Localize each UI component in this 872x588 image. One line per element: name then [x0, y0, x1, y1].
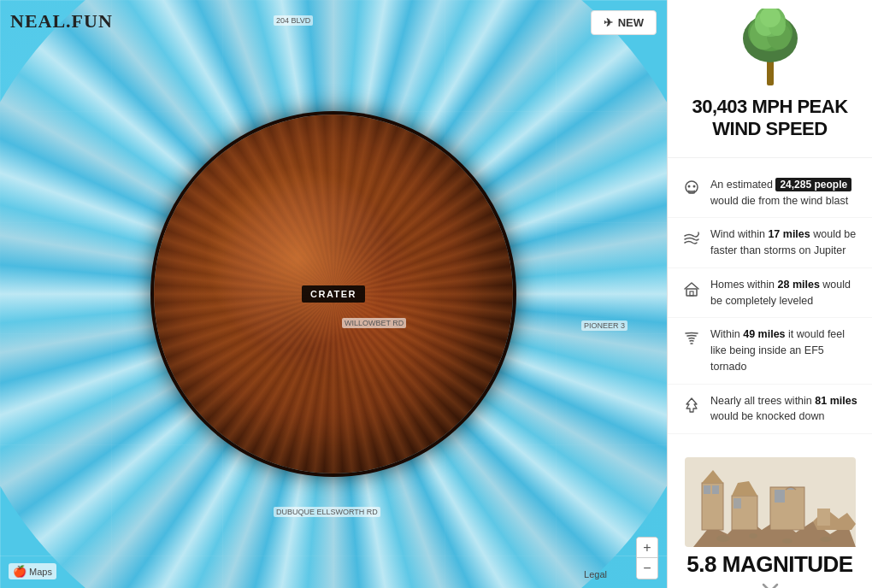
legal-link[interactable]: Legal [584, 569, 607, 579]
stat-ef5-tornado: Within 49 miles it would feel like being… [668, 318, 872, 384]
svg-point-28 [749, 533, 757, 538]
svg-rect-24 [775, 490, 785, 503]
road-label-3: WILLOWBET RD [342, 318, 406, 328]
zoom-out-button[interactable]: − [637, 558, 657, 579]
magnitude-section: 5.8 MAGNITUDE [668, 444, 872, 588]
right-panel: 30,403 MPH PEAK WIND SPEED An estimated … [667, 0, 872, 588]
zoom-controls: + − [636, 537, 658, 579]
svg-point-27 [716, 535, 730, 542]
brand-logo: NEAL.FUN [10, 10, 113, 32]
svg-rect-12 [686, 289, 697, 296]
stat-homes-leveled: Homes within 28 miles would be completel… [668, 268, 872, 319]
svg-point-11 [693, 185, 696, 187]
destroyed-building-image [683, 457, 857, 543]
stat-deaths-text: An estimated 24,285 people would die fro… [710, 177, 858, 209]
magnitude-title: 5.8 MAGNITUDE [683, 551, 857, 578]
stat-wind-jupiter: Wind within 17 miles would be faster tha… [668, 218, 872, 268]
stat-wind-jupiter-text: Wind within 17 miles would be faster tha… [710, 226, 858, 259]
tree-image [736, 17, 804, 85]
road-label-2: PIONEER 3 [581, 320, 627, 331]
wind-icon [681, 228, 702, 249]
svg-point-30 [820, 537, 832, 542]
new-button[interactable]: ✈ NEW [591, 10, 657, 35]
stat-homes-leveled-text: Homes within 28 miles would be completel… [710, 277, 858, 309]
zoom-in-button[interactable]: + [637, 538, 657, 558]
road-label-1: 204 BLVD [274, 15, 313, 26]
crater-circle: CRATER [154, 115, 513, 473]
svg-rect-18 [712, 485, 719, 494]
svg-rect-17 [704, 485, 710, 494]
stat-trees-knocked: Nearly all trees within 81 miles would b… [668, 385, 872, 435]
svg-point-29 [782, 538, 792, 544]
stat-ef5-text: Within 49 miles it would feel like being… [710, 326, 858, 374]
svg-point-10 [688, 185, 691, 187]
stats-list: An estimated 24,285 people would die fro… [668, 158, 872, 444]
home-icon [681, 279, 702, 299]
crater-label: CRATER [302, 285, 365, 303]
skull-icon [681, 179, 702, 199]
map-container: CRATER NEAL.FUN ✈ NEW 204 BLVD PIONEER 3… [0, 0, 667, 588]
chevron-down-icon[interactable] [683, 583, 857, 588]
tree-icon [681, 395, 702, 415]
stat-deaths: An estimated 24,285 people would die fro… [668, 168, 872, 219]
road-label-4: DUBUQUE ELLSWORTH RD [274, 507, 380, 517]
svg-rect-26 [817, 509, 830, 526]
svg-rect-22 [734, 498, 741, 509]
tornado-icon [681, 328, 702, 349]
stat-trees-knocked-text: Nearly all trees within 81 miles would b… [710, 393, 858, 426]
maps-label: 🍎 Maps [9, 563, 56, 579]
wind-speed-title: 30,403 MPH PEAK WIND SPEED [683, 96, 857, 141]
wind-speed-section: 30,403 MPH PEAK WIND SPEED [668, 0, 872, 158]
plane-icon: ✈ [604, 16, 613, 29]
